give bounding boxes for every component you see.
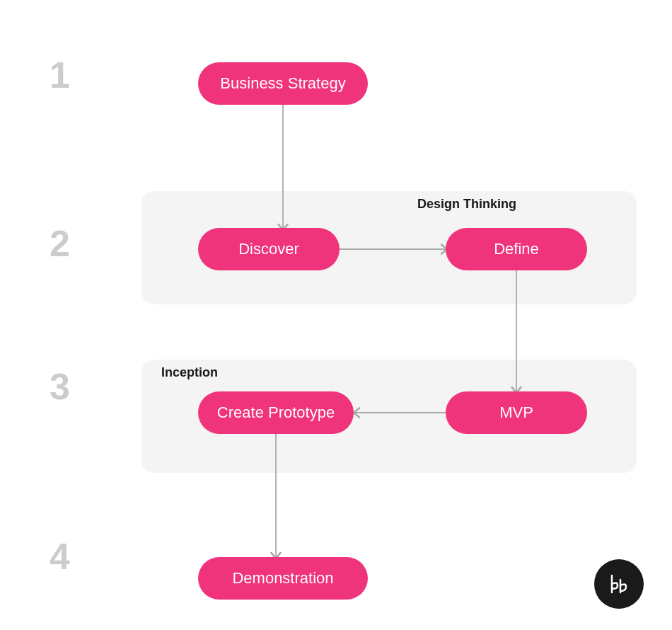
logo-icon bbox=[605, 570, 633, 598]
business-strategy-box: Business Strategy bbox=[198, 62, 368, 105]
discover-box: Discover bbox=[198, 228, 340, 270]
logo-circle bbox=[594, 559, 644, 609]
step-4-number: 4 bbox=[50, 538, 70, 575]
mvp-box: MVP bbox=[446, 391, 587, 434]
demonstration-box: Demonstration bbox=[198, 557, 368, 600]
create-prototype-box: Create Prototype bbox=[198, 391, 354, 434]
connectors-svg bbox=[42, 21, 651, 609]
design-thinking-label: Design Thinking bbox=[417, 197, 516, 212]
step-2-number: 2 bbox=[50, 225, 70, 262]
step-3-number: 3 bbox=[50, 368, 70, 405]
define-box: Define bbox=[446, 228, 587, 270]
diagram-container: Design Thinking Inception 1 2 3 4 Busine… bbox=[42, 21, 651, 609]
step-1-number: 1 bbox=[50, 57, 70, 93]
inception-label: Inception bbox=[161, 365, 218, 380]
